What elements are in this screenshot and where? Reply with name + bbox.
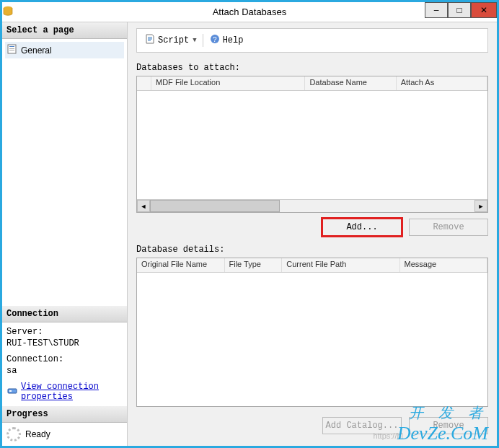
svg-rect-4 [9,50,14,50]
url-hint-overlay: https://bl [373,431,403,440]
details-grid[interactable]: Original File Name File Type Current Fil… [136,258,488,407]
chevron-down-icon: ▼ [193,37,196,44]
col-attach-as[interactable]: Attach As [397,76,487,90]
help-label: Help [223,35,244,45]
view-connection-text: View connection properties [21,382,123,402]
col-mdf-location[interactable]: MDF File Location [151,76,305,90]
help-icon: ? [209,33,221,48]
progress-label: Ready [25,429,50,439]
progress-spinner-icon [6,427,21,442]
app-icon [2,5,14,19]
scroll-right-button[interactable]: ► [474,200,487,212]
add-button[interactable]: Add... [322,219,402,236]
connection-section: Server: RUI-TEST\STUDR Connection: sa Vi… [2,322,127,406]
remove-attach-button: Remove [409,219,488,236]
details-grid-body[interactable] [137,273,487,406]
progress-section: Ready [2,423,127,446]
server-label: Server: [6,327,123,337]
help-button[interactable]: ? Help [206,32,247,49]
svg-rect-3 [9,48,14,49]
svg-rect-2 [9,46,14,47]
horizontal-scrollbar[interactable]: ◄ ► [137,199,487,212]
connection-value: sa [6,366,123,376]
main-panel: Script ▼ ? Help Databases to attach: MDF… [128,22,497,446]
server-value: RUI-TEST\STUDR [6,338,123,348]
script-label: Script [158,35,189,45]
maximize-button[interactable]: □ [448,2,471,18]
scroll-thumb[interactable] [150,200,280,212]
svg-rect-5 [8,389,17,393]
toolbar: Script ▼ ? Help [136,28,488,53]
window-title: Attach Databases [213,6,287,17]
progress-header: Progress [2,406,127,423]
col-file-type[interactable]: File Type [225,258,283,272]
col-message[interactable]: Message [400,258,488,272]
page-item-label: General [21,45,52,56]
grid-corner [137,76,151,90]
databases-to-attach-label: Databases to attach: [136,63,488,73]
close-button[interactable]: ✕ [471,2,497,18]
col-original-file-name[interactable]: Original File Name [137,258,225,272]
link-icon [6,385,18,399]
col-database-name[interactable]: Database Name [305,76,396,90]
script-icon [144,33,156,48]
page-icon [6,43,18,57]
scroll-left-button[interactable]: ◄ [137,200,150,212]
select-page-header: Select a page [2,22,127,39]
attach-grid-body[interactable] [137,91,487,199]
scroll-track[interactable] [150,200,474,212]
attach-grid[interactable]: MDF File Location Database Name Attach A… [136,76,488,213]
svg-rect-6 [9,390,12,392]
minimize-button[interactable]: – [425,2,448,18]
connection-header: Connection [2,306,127,322]
script-button[interactable]: Script ▼ [141,32,200,49]
left-panel: Select a page General Connection Server:… [2,22,128,446]
view-connection-link[interactable]: View connection properties [6,382,123,402]
connection-label: Connection: [6,354,123,364]
col-current-file-path[interactable]: Current File Path [282,258,399,272]
remove-details-button: Remove [409,417,488,434]
titlebar[interactable]: Attach Databases – □ ✕ [2,2,497,22]
database-details-label: Database details: [136,245,488,255]
page-item-general[interactable]: General [5,42,124,58]
svg-text:?: ? [213,36,217,44]
